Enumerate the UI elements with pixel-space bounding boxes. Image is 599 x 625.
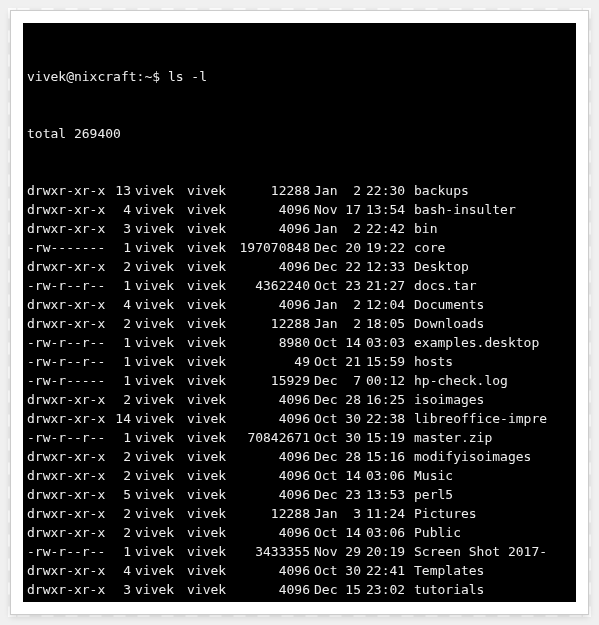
file-size: 15929 (235, 371, 310, 390)
list-item: drwxr-xr-x4vivekvivek4096Jan 212:04Docum… (27, 295, 572, 314)
file-owner: vivek (135, 580, 183, 599)
file-date: Oct 30 (314, 428, 364, 447)
file-links: 2 (107, 314, 131, 333)
total-line: total 269400 (27, 124, 572, 143)
file-links: 2 (107, 447, 131, 466)
file-links: 4 (107, 295, 131, 314)
list-item: -rw-r--r--1vivekvivek70842671Oct 3015:19… (27, 428, 572, 447)
file-size: 4096 (235, 580, 310, 599)
file-size: 3433355 (235, 542, 310, 561)
file-perms: -rw-r----- (27, 371, 107, 390)
file-size: 70842671 (235, 428, 310, 447)
list-item: drwxr-xr-x3vivekvivek4096Dec 1523:02tuto… (27, 580, 572, 599)
file-name: Templates (414, 563, 484, 578)
file-owner: vivek (135, 200, 183, 219)
list-item: -rw-r-----1vivekvivek15929Dec 700:12hp-c… (27, 371, 572, 390)
file-group: vivek (187, 257, 235, 276)
list-item: -rw-r--r--1vivekvivek49Oct 2115:59hosts (27, 352, 572, 371)
file-size: 197070848 (235, 238, 310, 257)
file-date: Nov 29 (314, 542, 364, 561)
file-owner: vivek (135, 504, 183, 523)
file-time: 22:38 (366, 409, 410, 428)
list-item: drwxr-xr-x5vivekvivek4096Dec 2313:53perl… (27, 485, 572, 504)
file-perms: -rw------- (27, 238, 107, 257)
file-size: 4096 (235, 219, 310, 238)
file-time: 13:54 (366, 200, 410, 219)
list-item: drwxr-xr-x2vivekvivek12288Jan 218:05Down… (27, 314, 572, 333)
file-perms: drwxr-xr-x (27, 485, 107, 504)
file-size: 4096 (235, 390, 310, 409)
file-time: 20:19 (366, 542, 410, 561)
file-date: Nov 17 (314, 200, 364, 219)
file-size: 4096 (235, 561, 310, 580)
file-group: vivek (187, 561, 235, 580)
file-owner: vivek (135, 333, 183, 352)
file-group: vivek (187, 466, 235, 485)
file-perms: drwxr-xr-x (27, 523, 107, 542)
file-group: vivek (187, 200, 235, 219)
file-date: Jan 2 (314, 314, 364, 333)
file-time: 03:03 (366, 333, 410, 352)
file-owner: vivek (135, 485, 183, 504)
file-perms: -rw-r--r-- (27, 276, 107, 295)
list-item: -rw-r--r--1vivekvivek8980Oct 1403:03exam… (27, 333, 572, 352)
file-time: 22:42 (366, 219, 410, 238)
file-links: 1 (107, 333, 131, 352)
file-group: vivek (187, 181, 235, 200)
file-perms: drwxr-xr-x (27, 466, 107, 485)
file-time: 03:06 (366, 466, 410, 485)
file-perms: drwxr-xr-x (27, 257, 107, 276)
file-time: 19:22 (366, 238, 410, 257)
file-time: 15:59 (366, 352, 410, 371)
file-name: Pictures (414, 506, 477, 521)
list-item: drwxr-xr-x13vivekvivek12288Jan 222:30bac… (27, 181, 572, 200)
file-links: 3 (107, 219, 131, 238)
file-perms: -rw-r--r-- (27, 352, 107, 371)
file-perms: drwxr-xr-x (27, 314, 107, 333)
file-time: 22:41 (366, 561, 410, 580)
file-owner: vivek (135, 523, 183, 542)
terminal-window[interactable]: vivek@nixcraft:~$ ls -l total 269400 drw… (23, 23, 576, 602)
file-owner: vivek (135, 599, 183, 602)
file-date: Oct 30 (314, 561, 364, 580)
file-name: hp-check.log (414, 373, 508, 388)
file-group: vivek (187, 599, 235, 602)
file-time: 23:47 (366, 599, 410, 602)
file-size: 4096 (235, 295, 310, 314)
list-item: drwxr-xr-x2vivekvivek4096Oct 1403:06Musi… (27, 466, 572, 485)
file-name: Public (414, 525, 461, 540)
file-owner: vivek (135, 219, 183, 238)
file-name: Documents (414, 297, 484, 312)
file-name: bash-insulter (414, 202, 516, 217)
file-owner: vivek (135, 257, 183, 276)
file-perms: -rw-r--r-- (27, 542, 107, 561)
file-links: 5 (107, 485, 131, 504)
file-group: vivek (187, 580, 235, 599)
list-item: drwxr-xr-x4vivekvivek4096Oct 3022:41Temp… (27, 561, 572, 580)
file-links: 1 (107, 238, 131, 257)
file-owner: vivek (135, 371, 183, 390)
file-owner: vivek (135, 561, 183, 580)
file-size: 4362240 (235, 276, 310, 295)
file-owner: vivek (135, 238, 183, 257)
file-links: 2 (107, 390, 131, 409)
file-time: 18:05 (366, 314, 410, 333)
file-date: Dec 22 (314, 257, 364, 276)
file-name: libreoffice-impre (414, 411, 547, 426)
file-perms: drwxr-xr-x (27, 390, 107, 409)
file-name: Downloads (414, 316, 484, 331)
file-owner: vivek (135, 466, 183, 485)
file-links: 2 (107, 257, 131, 276)
file-links: 13 (107, 181, 131, 200)
file-group: vivek (187, 276, 235, 295)
file-links: 1 (107, 428, 131, 447)
file-perms: -rw-r--r-- (27, 428, 107, 447)
file-date: Oct 23 (314, 276, 364, 295)
file-group: vivek (187, 409, 235, 428)
file-perms: drwxr-xr-x (27, 181, 107, 200)
file-links: 1 (107, 276, 131, 295)
file-name: ubuntu16.04LTS.ov (414, 601, 547, 602)
file-name: modifyisoimages (414, 449, 531, 464)
file-owner: vivek (135, 447, 183, 466)
file-perms: drwxr-xr-x (27, 580, 107, 599)
